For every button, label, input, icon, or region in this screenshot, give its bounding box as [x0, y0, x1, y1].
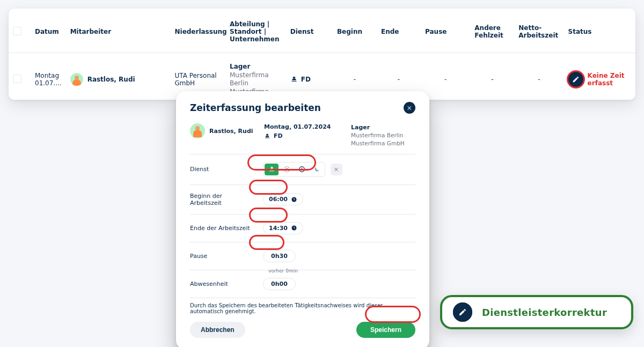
summary-dept: Lager Musterfirma Berlin Musterfirma Gmb… [351, 123, 415, 147]
th-status: Status [564, 9, 635, 53]
cell-absence: - [470, 53, 514, 100]
edit-button[interactable] [568, 72, 583, 87]
segment-late[interactable] [295, 164, 309, 175]
cell-pause: - [421, 53, 470, 100]
avatar [190, 123, 205, 138]
cell-net: - [514, 53, 564, 100]
worker-icon [264, 133, 270, 139]
segment-early[interactable] [265, 164, 279, 175]
clock-icon [291, 196, 297, 203]
close-button[interactable] [404, 102, 415, 114]
label-pause: Pause [190, 253, 254, 260]
summary-date: Montag, 01.07.2024 [264, 123, 341, 130]
summary-employee: Rastlos, Rudi [209, 128, 253, 135]
clear-service-button[interactable] [331, 164, 342, 175]
cancel-button[interactable]: Abbrechen [190, 322, 245, 338]
cell-date: Montag 01.07.... [31, 53, 66, 100]
service-type-segment [263, 162, 325, 177]
table-header-row: Datum Mitarbeiter Niederlassung Abteilun… [9, 9, 635, 53]
cell-employee: Rastlos, Rudi [87, 76, 135, 83]
status-pill-label: Dienstleisterkorrektur [482, 307, 607, 318]
pause-input[interactable]: 0h30 [263, 250, 296, 262]
pencil-icon [453, 302, 472, 322]
pause-previous-hint: vorher 0min [268, 268, 298, 274]
timesheet-table: Datum Mitarbeiter Niederlassung Abteilun… [9, 9, 635, 100]
th-end: Ende [377, 9, 421, 53]
label-end: Ende der Arbeitszeit [190, 225, 254, 232]
th-date: Datum [31, 9, 66, 53]
th-net: Netto-Arbeitszeit [514, 9, 564, 53]
avatar [70, 73, 83, 86]
segment-day[interactable] [280, 164, 294, 175]
edit-timesheet-modal: Zeiterfassung bearbeiten Rastlos, Rudi M… [176, 91, 429, 347]
th-branch: Niederlassung [170, 9, 225, 53]
select-all-checkbox[interactable] [13, 27, 21, 35]
cell-service: FD [290, 76, 328, 83]
th-service: Dienst [286, 9, 333, 53]
begin-time-input[interactable]: 06:00 [263, 193, 303, 205]
cell-status: Keine Zeit erfasst [588, 72, 631, 87]
worker-icon [290, 76, 298, 83]
segment-night[interactable] [310, 164, 324, 175]
th-employee: Mitarbeiter [66, 9, 171, 53]
th-begin: Beginn [333, 9, 377, 53]
svg-point-0 [286, 168, 288, 171]
status-pill: Dienstleisterkorrektur [440, 295, 633, 329]
row-checkbox[interactable] [13, 75, 21, 83]
th-dept: Abteilung | Standort | Unternehmen [225, 9, 286, 53]
clock-icon [291, 225, 297, 231]
modal-title: Zeiterfassung bearbeiten [190, 102, 321, 113]
label-service: Dienst [190, 166, 254, 173]
end-time-input[interactable]: 14:30 [263, 222, 303, 234]
save-button[interactable]: Speichern [356, 322, 415, 338]
th-pause: Pause [421, 9, 470, 53]
absence-input[interactable]: 0h00 [263, 278, 296, 290]
label-absence: Abwesenheit [190, 280, 254, 287]
modal-note: Durch das Speichern des bearbeiteten Tät… [190, 298, 415, 322]
label-begin: Beginn der Arbeitszeit [190, 193, 254, 206]
th-absence: Andere Fehlzeit [470, 9, 514, 53]
summary-service: FD [274, 132, 283, 139]
